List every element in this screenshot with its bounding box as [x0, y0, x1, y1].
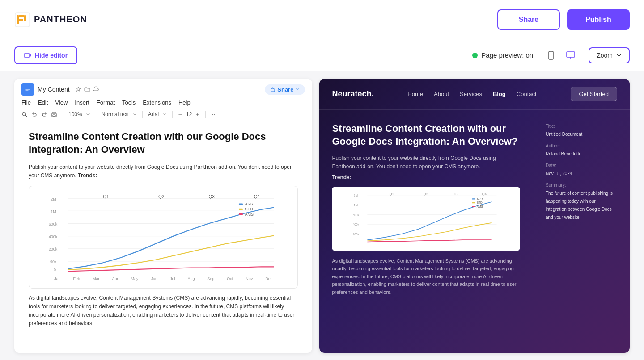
svg-text:90k: 90k	[50, 260, 57, 264]
docs-menu-edit[interactable]: Edit	[38, 99, 48, 106]
meta-title-block: Title: Untitled Document	[546, 122, 617, 138]
docs-titlebar: My Content Share	[14, 79, 312, 97]
docs-menu-file[interactable]: File	[21, 99, 31, 106]
meta-summary-value: The future of content publishing is happ…	[546, 189, 617, 222]
toolbar-separator-4	[172, 111, 173, 118]
meta-author-value: Roland Benedetti	[546, 150, 617, 158]
preview-nav-home[interactable]: Home	[407, 91, 423, 97]
svg-text:Q3: Q3	[453, 192, 458, 196]
docs-toolbar: 100% Normal text Arial 12	[14, 109, 312, 120]
svg-text:1M: 1M	[354, 203, 358, 206]
svg-rect-6	[25, 53, 29, 58]
svg-rect-55	[472, 198, 475, 199]
font-size[interactable]: 12	[186, 111, 192, 117]
docs-menu-tools[interactable]: Tools	[122, 99, 136, 106]
svg-text:600k: 600k	[49, 222, 58, 226]
chart-svg: 2M 1M 600k 400k 200k 90k 0 Q1 Q2 Q3 Q4	[36, 193, 290, 274]
font-family[interactable]: Arial	[148, 111, 159, 117]
preview-article-title: Streamline Content Creation with our Goo…	[332, 122, 520, 148]
svg-rect-11	[271, 89, 275, 92]
toolbar-bar: Hide editor Page preview: on Zoom	[0, 39, 644, 71]
svg-text:Q4: Q4	[482, 192, 487, 196]
preview-nav-services[interactable]: Services	[460, 91, 482, 97]
svg-rect-4	[19, 19, 23, 21]
svg-text:2M: 2M	[354, 194, 358, 197]
preview-nav-contact[interactable]: Contact	[517, 91, 537, 97]
hide-editor-button[interactable]: Hide editor	[14, 46, 77, 64]
svg-text:Q2: Q2	[424, 192, 428, 196]
docs-share-button[interactable]: Share	[265, 84, 305, 95]
folder-icon[interactable]	[84, 86, 90, 92]
docs-title-icons	[75, 86, 99, 92]
docs-menu-help[interactable]: Help	[178, 99, 191, 106]
increase-font-icon[interactable]	[195, 112, 200, 117]
svg-text:ARR: ARR	[245, 202, 254, 206]
zoom-button[interactable]: Zoom	[589, 47, 630, 63]
meta-summary-block: Summary: The future of content publishin…	[546, 181, 617, 222]
docs-panel: My Content Share	[14, 79, 312, 353]
svg-point-15	[212, 114, 213, 115]
svg-point-17	[216, 114, 216, 115]
meta-summary-label: Summary:	[546, 181, 617, 189]
preview-article-intro: Publish your content to your website dir…	[332, 154, 520, 171]
meta-date-label: Date:	[546, 162, 617, 170]
docs-menu-extensions[interactable]: Extensions	[143, 99, 171, 106]
svg-rect-3	[19, 15, 24, 17]
preview-chart-svg: 2M 1M 600k 400k 200k Q1 Q2 Q3 Q4	[336, 191, 516, 245]
text-style[interactable]: Normal text	[102, 111, 129, 117]
redo-icon[interactable]	[41, 111, 47, 117]
zoom-chevron-icon	[86, 112, 90, 117]
star-icon[interactable]	[75, 86, 81, 92]
svg-text:Q3: Q3	[208, 194, 215, 199]
header-actions: Share Publish	[497, 9, 630, 30]
svg-text:200k: 200k	[353, 233, 360, 236]
docs-document-title: My Content	[38, 86, 70, 93]
logo-text: PANTHEON	[34, 14, 87, 25]
font-chevron	[162, 112, 167, 117]
svg-text:Q4: Q4	[254, 194, 260, 199]
preview-metadata: Title: Untitled Document Author: Roland …	[546, 122, 617, 340]
print-icon[interactable]	[51, 111, 57, 117]
docs-file-icon	[21, 83, 34, 96]
preview-active-dot	[472, 53, 478, 58]
zoom-label: Zoom	[597, 52, 613, 59]
preview-trends-label: Trends:	[332, 174, 520, 180]
meta-date-value: Nov 18, 2024	[546, 170, 617, 178]
svg-text:Q2: Q2	[158, 194, 165, 199]
cloud-icon[interactable]	[93, 86, 99, 92]
decrease-font-icon[interactable]	[178, 112, 182, 117]
preview-nav-about[interactable]: About	[434, 91, 449, 97]
mobile-device-icon[interactable]	[544, 48, 558, 63]
docs-menu-insert[interactable]: Insert	[75, 99, 89, 106]
meta-title-label: Title:	[546, 122, 617, 130]
chevron-down-small-icon	[295, 87, 300, 92]
more-options-icon[interactable]	[211, 111, 217, 117]
svg-text:0: 0	[54, 268, 56, 272]
svg-text:200k: 200k	[49, 247, 58, 251]
docs-share-label: Share	[277, 86, 293, 93]
page-preview-status: Page preview: on	[472, 51, 533, 59]
meta-title-value: Untitled Document	[546, 130, 617, 138]
hide-editor-label: Hide editor	[35, 52, 68, 59]
svg-rect-35	[239, 203, 243, 205]
preview-nav-blog[interactable]: Blog	[493, 91, 506, 97]
docs-content: Streamline Content Creation with our Goo…	[14, 120, 312, 353]
docs-menu-view[interactable]: View	[55, 99, 68, 106]
svg-text:2M: 2M	[51, 197, 56, 201]
desktop-device-icon[interactable]	[564, 48, 578, 63]
svg-point-12	[22, 112, 26, 116]
zoom-level[interactable]: 100%	[68, 111, 82, 117]
docs-menu-format[interactable]: Format	[97, 99, 115, 106]
svg-text:400k: 400k	[353, 223, 360, 226]
svg-text:AMS: AMS	[477, 205, 483, 208]
svg-rect-5	[24, 15, 26, 21]
publish-button[interactable]: Publish	[567, 9, 630, 30]
share-button[interactable]: Share	[497, 9, 560, 30]
preview-site-logo: Neuratech.	[332, 89, 373, 99]
undo-icon[interactable]	[31, 111, 38, 117]
preview-get-started-button[interactable]: Get Started	[571, 87, 617, 101]
main-content: My Content Share	[0, 71, 644, 360]
search-toolbar-icon[interactable]	[21, 111, 28, 117]
svg-text:600k: 600k	[353, 213, 360, 216]
text-style-chevron	[132, 112, 137, 117]
